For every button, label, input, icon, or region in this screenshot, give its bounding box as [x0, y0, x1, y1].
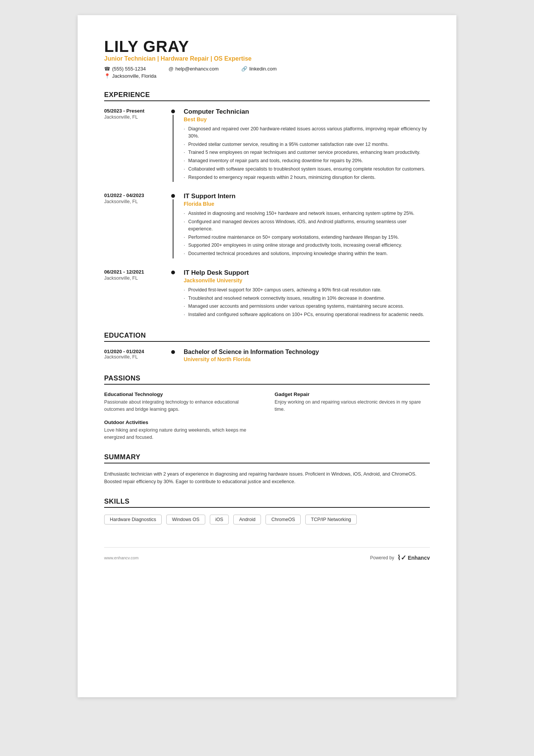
location-text: Jacksonville, Florida — [112, 73, 156, 79]
bullet-item: Provided stellar customer service, resul… — [184, 141, 430, 148]
experience-entry: 06/2021 - 12/2021 Jacksonville, FL IT He… — [104, 269, 430, 319]
bullet-item: Provided first-level support for 300+ ca… — [184, 286, 430, 294]
passion-title: Gadget Repair — [275, 391, 430, 397]
experience-section: EXPERIENCE 05/2023 - Present Jacksonvill… — [104, 91, 430, 319]
bullet-item: Performed routine maintenance on 50+ com… — [184, 234, 430, 241]
exp-job-title: Computer Technician — [184, 108, 430, 116]
exp-dot — [171, 271, 175, 274]
bullet-item: Troubleshot and resolved network connect… — [184, 295, 430, 302]
exp-location: Jacksonville, FL — [104, 199, 169, 204]
passions-section: PASSIONS Educational Technology Passiona… — [104, 374, 430, 441]
bullet-item: Installed and configured software applic… — [184, 311, 430, 318]
exp-dot — [171, 110, 175, 113]
location-icon: 📍 — [104, 73, 110, 79]
enhancv-logo: ⌇✓ Enhancv — [397, 554, 430, 562]
education-entry: 01/2020 - 01/2024 Jacksonville, FL Bache… — [104, 349, 430, 362]
exp-connector — [169, 193, 178, 258]
bullet-item: Managed inventory of repair parts and to… — [184, 157, 430, 164]
footer: www.enhancv.com Powered by ⌇✓ Enhancv — [104, 547, 430, 562]
exp-company: Best Buy — [184, 116, 430, 122]
bullet-item: Supported 200+ employees in using online… — [184, 242, 430, 249]
exp-connector — [169, 269, 178, 319]
exp-right: IT Help Desk Support Jacksonville Univer… — [178, 269, 430, 319]
resume-page: LILY GRAY Junior Technician | Hardware R… — [78, 15, 456, 697]
edu-degree: Bachelor of Science in Information Techn… — [184, 349, 430, 355]
candidate-name: LILY GRAY — [104, 38, 430, 55]
passion-title: Outdoor Activities — [104, 419, 259, 425]
edu-connector — [169, 349, 178, 362]
footer-website: www.enhancv.com — [104, 556, 139, 560]
exp-line — [173, 115, 173, 182]
edu-date: 01/2020 - 01/2024 — [104, 349, 169, 354]
education-container: 01/2020 - 01/2024 Jacksonville, FL Bache… — [104, 349, 430, 362]
powered-by-text: Powered by — [370, 555, 394, 560]
bullet-item: Diagnosed and repaired over 200 hardware… — [184, 125, 430, 140]
skills-section: SKILLS Hardware DiagnosticsWindows OSiOS… — [104, 498, 430, 524]
exp-bullets: Diagnosed and repaired over 200 hardware… — [184, 125, 430, 181]
edu-dot — [171, 350, 175, 354]
exp-job-title: IT Help Desk Support — [184, 269, 430, 277]
skills-section-title: SKILLS — [104, 498, 430, 508]
skill-badge: iOS — [210, 515, 229, 524]
bullet-item: Managed user accounts and permissions un… — [184, 303, 430, 310]
exp-right: Computer Technician Best Buy Diagnosed a… — [178, 108, 430, 182]
email-address: help@enhancv.com — [175, 66, 219, 72]
bullet-item: Assisted in diagnosing and resolving 150… — [184, 210, 430, 217]
bullet-item: Collaborated with software specialists t… — [184, 166, 430, 173]
footer-brand: Powered by ⌇✓ Enhancv — [370, 554, 430, 562]
passions-section-title: PASSIONS — [104, 374, 430, 385]
edu-left: 01/2020 - 01/2024 Jacksonville, FL — [104, 349, 169, 362]
bullet-item: Configured and managed devices across Wi… — [184, 218, 430, 233]
email-icon: @ — [169, 66, 173, 72]
logo-icon: ⌇✓ — [397, 554, 406, 562]
passions-container: Educational Technology Passionate about … — [104, 391, 430, 441]
passion-item: Gadget Repair Enjoy working on and repai… — [275, 391, 430, 413]
candidate-title: Junior Technician | Hardware Repair | OS… — [104, 55, 430, 62]
exp-date: 06/2021 - 12/2021 — [104, 269, 169, 275]
exp-bullets: Assisted in diagnosing and resolving 150… — [184, 210, 430, 257]
phone-number: (555) 555-1234 — [112, 66, 146, 72]
skills-container: Hardware DiagnosticsWindows OSiOSAndroid… — [104, 515, 430, 524]
phone-contact: ☎ (555) 555-1234 — [104, 66, 146, 72]
skill-badge: ChromeOS — [265, 515, 301, 524]
experience-section-title: EXPERIENCE — [104, 91, 430, 101]
bullet-item: Trained 5 new employees on repair techni… — [184, 149, 430, 156]
linkedin-contact[interactable]: 🔗 linkedin.com — [241, 66, 276, 72]
exp-company: Florida Blue — [184, 201, 430, 207]
experience-entry: 01/2022 - 04/2023 Jacksonville, FL IT Su… — [104, 193, 430, 258]
contact-row: ☎ (555) 555-1234 @ help@enhancv.com 🔗 li… — [104, 66, 430, 72]
bullet-item: Responded to emergency repair requests w… — [184, 174, 430, 181]
skill-badge: Windows OS — [166, 515, 205, 524]
passion-title: Educational Technology — [104, 391, 259, 397]
education-section: EDUCATION 01/2020 - 01/2024 Jacksonville… — [104, 332, 430, 362]
email-contact: @ help@enhancv.com — [169, 66, 219, 72]
location-row: 📍 Jacksonville, Florida — [104, 73, 430, 79]
exp-left: 01/2022 - 04/2023 Jacksonville, FL — [104, 193, 169, 258]
summary-text: Enthusiastic technician with 2 years of … — [104, 470, 430, 485]
edu-school: University of North Florida — [184, 356, 430, 362]
passion-item: Outdoor Activities Love hiking and explo… — [104, 419, 259, 441]
exp-right: IT Support Intern Florida Blue Assisted … — [178, 193, 430, 258]
exp-connector — [169, 108, 178, 182]
passion-description: Passionate about integrating technology … — [104, 399, 259, 413]
bullet-item: Documented technical procedures and solu… — [184, 250, 430, 257]
experience-container: 05/2023 - Present Jacksonville, FL Compu… — [104, 108, 430, 319]
passion-item: Educational Technology Passionate about … — [104, 391, 259, 413]
exp-location: Jacksonville, FL — [104, 275, 169, 281]
linkedin-url: linkedin.com — [249, 66, 276, 72]
exp-company: Jacksonville University — [184, 277, 430, 283]
exp-date: 05/2023 - Present — [104, 108, 169, 114]
exp-date: 01/2022 - 04/2023 — [104, 193, 169, 198]
skill-badge: TCP/IP Networking — [305, 515, 357, 524]
brand-name: Enhancv — [408, 555, 430, 561]
phone-icon: ☎ — [104, 66, 110, 72]
skill-badge: Hardware Diagnostics — [104, 515, 162, 524]
link-icon: 🔗 — [241, 66, 247, 72]
exp-left: 05/2023 - Present Jacksonville, FL — [104, 108, 169, 182]
edu-location: Jacksonville, FL — [104, 354, 169, 360]
exp-location: Jacksonville, FL — [104, 114, 169, 120]
experience-entry: 05/2023 - Present Jacksonville, FL Compu… — [104, 108, 430, 182]
exp-bullets: Provided first-level support for 300+ ca… — [184, 286, 430, 318]
summary-section-title: SUMMARY — [104, 453, 430, 463]
exp-dot — [171, 194, 175, 198]
